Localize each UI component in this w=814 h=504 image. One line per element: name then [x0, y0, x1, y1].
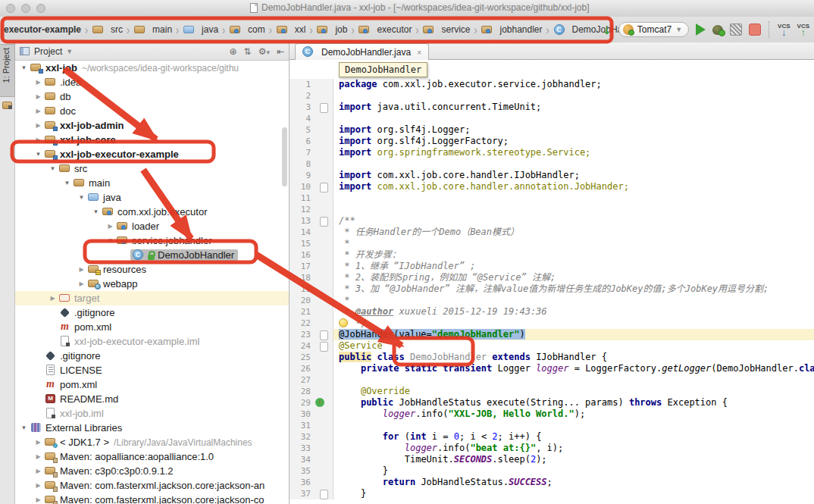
code-text[interactable]: logger.info("XXL-JOB, Hello World."); [333, 409, 814, 420]
line-number[interactable]: 35 [290, 465, 314, 477]
code-text[interactable]: private static transient Logger logger =… [333, 363, 814, 374]
line-number[interactable]: 16 [290, 249, 314, 261]
tree-expander[interactable]: ▼ [76, 194, 87, 201]
code-text[interactable]: * 任务Handler的一个Demo（Bean模式） [333, 227, 814, 238]
code-line-16[interactable]: 16 * 开发步骤： [290, 249, 814, 261]
tree-row-pom-xml[interactable]: pom.xml [15, 377, 289, 392]
tab-demojobhandler[interactable]: DemoJobHandler.java × [295, 43, 429, 60]
tree-expander[interactable]: ▼ [33, 151, 44, 158]
tree-row-external-libraries[interactable]: ▼External Libraries [15, 421, 289, 435]
coverage-button[interactable] [730, 23, 742, 36]
code-line-12[interactable]: 12 [290, 204, 814, 215]
code-text[interactable]: * 3、加 “@JobHander” 注解，注解value值为新增任务生成的Jo… [333, 283, 814, 295]
tree-expander[interactable]: ▶ [105, 223, 116, 230]
code-line-2[interactable]: 2 [290, 90, 814, 102]
code-line-27[interactable]: 27 [290, 374, 814, 386]
code-text[interactable]: import org.slf4j.Logger; [333, 124, 814, 136]
tree-row-maven-com-fasterxml-jackson-core-jackson-co[interactable]: ▶Maven: com.fasterxml.jackson.core:jacks… [15, 493, 289, 504]
tree-row-src[interactable]: ▼src [15, 161, 289, 176]
code-text[interactable] [333, 193, 814, 204]
line-number[interactable]: 30 [290, 409, 314, 420]
line-number[interactable]: 23 [290, 329, 314, 340]
vcs-commit-button[interactable]: VCS ↑ [797, 23, 809, 36]
tree-expander[interactable]: ▶ [33, 468, 44, 474]
tree-row-xxl-job-core[interactable]: ▶xxl-job-core [15, 133, 289, 147]
line-number[interactable]: 32 [290, 431, 314, 443]
tree-expander[interactable]: ▼ [18, 64, 30, 71]
code-lines[interactable]: 1package com.xxl.job.executor.service.jo… [290, 79, 814, 504]
hide-panel-icon[interactable]: ⇤ [277, 46, 284, 57]
tree-row-maven-c3p0-c3p0-0-9-1-2[interactable]: ▶Maven: c3p0:c3p0:0.9.1.2 [15, 464, 289, 478]
code-line-29[interactable]: 29↑ public JobHandleStatus execute(Strin… [290, 397, 814, 409]
tree-row-target[interactable]: ▶target [15, 291, 289, 305]
line-number[interactable]: 20 [290, 295, 314, 306]
tree-row--gitignore[interactable]: .gitignore [15, 349, 289, 363]
tree-row-doc[interactable]: ▶doc [15, 104, 289, 118]
tree-row--jdk1-7-[interactable]: ▶< JDK1.7 >/Library/Java/JavaVirtualMach… [15, 435, 289, 449]
locate-icon[interactable]: ⊕ [230, 46, 237, 57]
tree-row-db[interactable]: ▶db [15, 89, 289, 104]
code-text[interactable] [333, 374, 814, 386]
zoom-window-button[interactable] [36, 4, 45, 13]
code-line-5[interactable]: 5import org.slf4j.Logger; [290, 124, 814, 136]
tree-expander[interactable]: ▶ [33, 79, 44, 86]
code-text[interactable]: import org.springframework.stereotype.Se… [333, 147, 814, 158]
run-button[interactable] [696, 23, 706, 36]
line-number[interactable]: 33 [290, 443, 314, 454]
tree-row-resources[interactable]: ▶resources [15, 262, 289, 277]
settings-gear-icon[interactable]: ⚙▾ [258, 46, 270, 57]
chevron-down-icon[interactable]: ▼ [66, 48, 73, 55]
code-text[interactable]: /** [333, 215, 814, 227]
code-line-10[interactable]: 10import com.xxl.job.core.handler.annota… [290, 181, 814, 193]
fold-marker[interactable] [314, 488, 333, 499]
code-text[interactable]: TimeUnit.SECONDS.sleep(2); [333, 454, 814, 465]
tree-scrollbar-thumb[interactable] [282, 127, 287, 186]
stop-button[interactable] [749, 23, 761, 36]
breadcrumb-item-com[interactable]: com [228, 23, 266, 37]
code-line-19[interactable]: 19 * 3、加 “@JobHander” 注解，注解value值为新增任务生成… [290, 283, 814, 295]
line-number[interactable]: 8 [290, 158, 314, 170]
breadcrumb-item-service[interactable]: service [421, 23, 471, 37]
tree-row-loader[interactable]: ▶loader [15, 219, 289, 233]
line-number[interactable]: 1 [290, 79, 314, 90]
tree-row-xxl-job-admin[interactable]: ▶xxl-job-admin [15, 118, 289, 133]
code-line-14[interactable]: 14 * 任务Handler的一个Demo（Bean模式） [290, 227, 814, 238]
line-number[interactable]: 28 [290, 386, 314, 397]
breadcrumb-item-executor-example[interactable]: executor-example [3, 23, 82, 36]
code-line-32[interactable]: 32 for (int i = 0; i < 2; i++) { [290, 431, 814, 443]
line-number[interactable]: 6 [290, 136, 314, 147]
line-number[interactable]: 36 [290, 477, 314, 488]
line-number[interactable]: 13 [290, 215, 314, 227]
tree-row-pom-xml[interactable]: pom.xml [15, 320, 289, 334]
code-line-26[interactable]: 26 private static transient Logger logge… [290, 363, 814, 374]
code-line-18[interactable]: 18 * 2、装配到Spring，例如加 “@Service” 注解; [290, 272, 814, 283]
close-window-button[interactable] [6, 4, 15, 13]
tree-row-xxl-job-executor-example-iml[interactable]: xxl-job-executor-example.iml [15, 334, 289, 349]
code-text[interactable]: * 1、继承 “IJobHandler” ; [333, 261, 814, 272]
lightbulb-icon[interactable] [339, 318, 348, 327]
line-number[interactable]: 4 [290, 113, 314, 124]
tree-row-demojobhandler[interactable]: DemoJobHandler [15, 248, 289, 262]
tree-expander[interactable]: ▶ [33, 108, 44, 114]
tree-expander[interactable]: ▼ [105, 237, 116, 244]
code-text[interactable] [333, 158, 814, 170]
code-line-35[interactable]: 35 } [290, 465, 814, 477]
code-text[interactable]: public class DemoJobHandler extends IJob… [333, 352, 814, 363]
code-text[interactable] [333, 204, 814, 215]
code-line-33[interactable]: 33 logger.info("beat at:{}", i); [290, 443, 814, 454]
project-stripe-folder-icon[interactable] [2, 102, 12, 109]
tree-expander[interactable]: ▶ [33, 496, 44, 503]
tree-expander[interactable]: ▶ [33, 136, 44, 143]
line-number[interactable]: 29 [290, 397, 314, 409]
code-text[interactable]: import com.xxl.job.core.handler.IJobHand… [333, 170, 814, 181]
line-number[interactable]: 24 [290, 340, 314, 352]
minimize-window-button[interactable] [21, 4, 30, 13]
tree-expander[interactable]: ▶ [33, 482, 44, 489]
code-text[interactable]: @JobHander(value="demoJobHandler") [333, 329, 814, 340]
line-number[interactable]: 15 [290, 238, 314, 249]
code-text[interactable]: * 开发步骤： [333, 249, 814, 261]
line-number[interactable]: 12 [290, 204, 314, 215]
code-line-36[interactable]: 36 return JobHandleStatus.SUCCESS; [290, 477, 814, 488]
code-line-8[interactable]: 8 [290, 158, 814, 170]
line-number[interactable]: 21 [290, 306, 314, 318]
